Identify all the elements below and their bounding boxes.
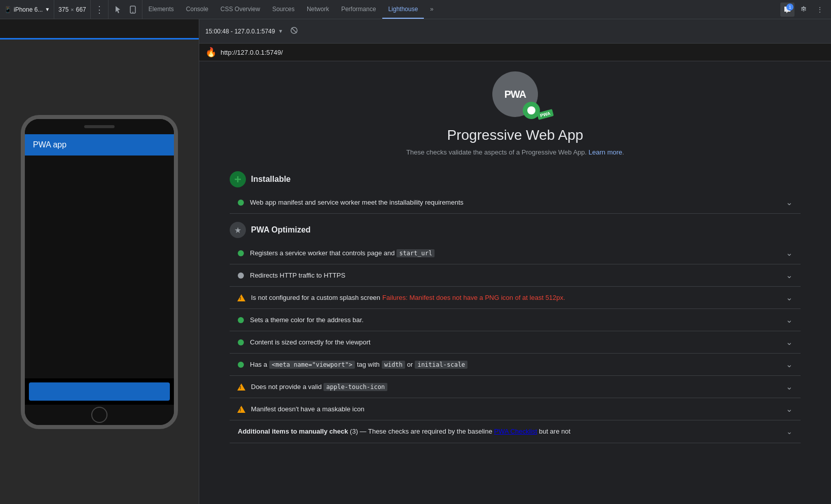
- installable-icon: [230, 171, 246, 187]
- settings-icon-btn[interactable]: [797, 3, 811, 17]
- audit-row-theme[interactable]: Sets a theme color for the address bar. …: [230, 309, 801, 331]
- phone-icon: 📱: [4, 6, 12, 13]
- tab-lighthouse[interactable]: Lighthouse: [382, 0, 424, 19]
- audit-text-manifest: Web app manifest and service worker meet…: [250, 199, 780, 206]
- audit-text-apple: Does not provide a valid apple-touch-ico…: [251, 383, 780, 391]
- cursor-icon-btn[interactable]: [111, 3, 125, 17]
- tab-network[interactable]: Network: [301, 0, 335, 19]
- audit-failure-splash: Failures: Manifest does not have a PNG i…: [382, 294, 565, 301]
- audit-chevron-redirects[interactable]: ⌄: [786, 270, 792, 280]
- phone-frame: PWA app: [21, 115, 178, 429]
- warning-triangle-apple: [237, 383, 245, 391]
- device-url-bar: [0, 19, 199, 40]
- tab-console[interactable]: Console: [180, 0, 214, 19]
- device-selector[interactable]: 📱 iPhone 6... ▼: [0, 0, 54, 19]
- tab-more[interactable]: »: [424, 0, 440, 19]
- chat-icon-btn[interactable]: 1: [780, 3, 794, 17]
- pwa-logo-area: PWA PWA: [230, 71, 801, 117]
- audit-code-width: width: [382, 361, 405, 369]
- lighthouse-panel: 15:00:48 - 127.0.0.1:5749 ▼ 🔥 http://127…: [199, 19, 831, 504]
- audit-warning-icon-maskable: [238, 406, 245, 413]
- phone-bottom-bar: [29, 382, 170, 401]
- additional-dash: —: [360, 428, 367, 435]
- tab-css-overview[interactable]: CSS Overview: [214, 0, 266, 19]
- lh-content: PWA PWA Progressive Web App These checks…: [199, 61, 831, 504]
- main-area: PWA app 15:00:48 - 127.0.0.1:5749 ▼: [0, 19, 831, 504]
- phone-app-title: PWA app: [33, 140, 66, 149]
- audit-dot-redirects: [238, 273, 244, 279]
- width-value[interactable]: 375: [58, 6, 68, 13]
- audit-text-content: Content is sized correctly for the viewp…: [250, 338, 780, 346]
- installable-title: Installable: [251, 175, 291, 184]
- additional-count: 3: [352, 428, 355, 435]
- chat-badge: 1: [786, 4, 793, 11]
- warning-triangle-splash: [237, 294, 245, 301]
- audit-row-viewport[interactable]: Has a <meta name="viewport"> tag with wi…: [230, 354, 801, 376]
- audit-chevron-viewport[interactable]: ⌄: [786, 360, 792, 369]
- time-dropdown-icon[interactable]: ▼: [278, 28, 283, 34]
- more-options-btn[interactable]: ⋮: [813, 3, 827, 17]
- audit-dot-sw: [238, 250, 244, 256]
- svg-line-3: [292, 28, 297, 33]
- phone-screen: PWA app: [25, 134, 174, 405]
- pwa-optimized-icon: ★: [230, 222, 246, 238]
- page-title: Progressive Web App: [230, 127, 801, 143]
- audit-row-manifest[interactable]: Web app manifest and service worker meet…: [230, 191, 801, 214]
- audit-text-sw: Registers a service worker that controls…: [250, 249, 780, 257]
- audit-text-viewport: Has a <meta name="viewport"> tag with wi…: [250, 361, 780, 369]
- audit-warning-icon-apple: [238, 383, 245, 391]
- audit-code-start-url: start_url: [396, 249, 435, 257]
- device-dropdown-icon[interactable]: ▼: [45, 7, 50, 12]
- device-toggle-icon-btn[interactable]: [126, 3, 140, 17]
- additional-section[interactable]: Additional items to manually check (3) —…: [230, 420, 801, 443]
- learn-more-link[interactable]: Learn more: [589, 148, 622, 156]
- tab-performance[interactable]: Performance: [335, 0, 382, 19]
- phone-home-btn[interactable]: [25, 405, 174, 425]
- audit-dot-green: [238, 200, 244, 206]
- url-display-bar: 🔥 http://127.0.0.1:5749/: [199, 44, 831, 61]
- dimensions-area: 375 × 667: [54, 0, 91, 19]
- audit-dot-content: [238, 339, 244, 345]
- phone-home-circle: [91, 407, 107, 423]
- audit-text-maskable: Manifest doesn't have a maskable icon: [251, 405, 780, 413]
- pwa-logo-text: PWA: [504, 89, 526, 100]
- audit-row-redirects[interactable]: Redirects HTTP traffic to HTTPS ⌄: [230, 264, 801, 287]
- audit-chevron[interactable]: ⌄: [786, 198, 792, 207]
- audit-row-service-worker[interactable]: Registers a service worker that controls…: [230, 242, 801, 264]
- audit-chevron-apple[interactable]: ⌄: [786, 382, 792, 392]
- device-panel: PWA app: [0, 19, 199, 504]
- time-label: 15:00:48 - 127.0.0.1:5749: [205, 28, 275, 35]
- audit-chevron-sw[interactable]: ⌄: [786, 248, 792, 258]
- height-value[interactable]: 667: [76, 6, 86, 13]
- audit-row-maskable[interactable]: Manifest doesn't have a maskable icon ⌄: [230, 398, 801, 420]
- lh-url-bar: 15:00:48 - 127.0.0.1:5749 ▼: [199, 19, 831, 44]
- phone-speaker: [84, 125, 115, 128]
- audit-text-theme: Sets a theme color for the address bar.: [250, 316, 780, 324]
- page-subtitle: These checks validate the aspects of a P…: [230, 148, 801, 156]
- phone-app-bar: PWA app: [25, 134, 174, 156]
- audit-chevron-content[interactable]: ⌄: [786, 337, 792, 347]
- pwa-optimized-title: PWA Optimized: [251, 225, 311, 235]
- pwa-optimized-section-header: ★ PWA Optimized: [230, 222, 801, 238]
- audit-code-meta-viewport: <meta name="viewport">: [269, 361, 355, 369]
- svg-point-1: [132, 12, 133, 13]
- phone-content: [25, 156, 174, 378]
- audit-row-apple-icon[interactable]: Does not provide a valid apple-touch-ico…: [230, 376, 801, 398]
- audit-dot-viewport: [238, 362, 244, 368]
- audit-chevron-maskable[interactable]: ⌄: [786, 404, 792, 414]
- tab-elements[interactable]: Elements: [142, 0, 180, 19]
- audit-row-content-width[interactable]: Content is sized correctly for the viewp…: [230, 331, 801, 354]
- toolbar-more-options[interactable]: ⋮: [91, 0, 109, 19]
- audit-chevron-splash[interactable]: ⌄: [786, 293, 792, 302]
- pwa-checklist-link[interactable]: PWA Checklist: [494, 428, 537, 435]
- audit-row-splash[interactable]: Is not configured for a custom splash sc…: [230, 287, 801, 309]
- nav-tabs: Elements Console CSS Overview Sources Ne…: [142, 0, 776, 19]
- tab-sources[interactable]: Sources: [266, 0, 301, 19]
- audit-code-apple-touch: apple-touch-icon: [323, 383, 387, 391]
- installable-section-header: Installable: [230, 171, 801, 187]
- audit-code-initial-scale: initial-scale: [415, 361, 467, 369]
- no-throttle-icon[interactable]: [290, 26, 298, 36]
- audit-dot-theme: [238, 317, 244, 323]
- additional-chevron[interactable]: ⌄: [786, 428, 792, 436]
- audit-chevron-theme[interactable]: ⌄: [786, 315, 792, 325]
